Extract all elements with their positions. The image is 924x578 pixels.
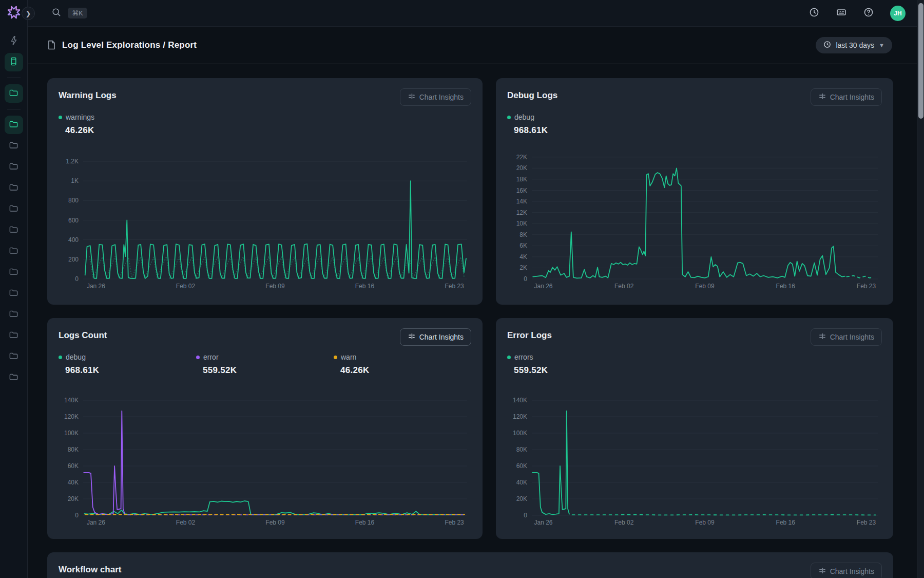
- legend-item-errors[interactable]: errors559.52K: [507, 353, 645, 376]
- svg-text:100K: 100K: [64, 430, 79, 437]
- sidebar-item-folder-current[interactable]: [5, 116, 23, 134]
- svg-text:Feb 09: Feb 09: [265, 519, 285, 526]
- svg-text:200: 200: [68, 256, 79, 263]
- scrollbar-thumb[interactable]: [918, 3, 923, 119]
- document-icon: [47, 40, 56, 50]
- folder-icon: [9, 267, 18, 278]
- legend-item-debug[interactable]: debug968.61K: [59, 353, 196, 376]
- keyboard-icon: [836, 7, 847, 19]
- time-range-selector[interactable]: last 30 days ▼: [816, 37, 892, 53]
- legend-value: 46.26K: [340, 365, 471, 376]
- svg-text:16K: 16K: [516, 187, 527, 194]
- legend-item-error[interactable]: error559.52K: [196, 353, 334, 376]
- legend-item-debug[interactable]: debug968.61K: [507, 113, 645, 136]
- sidebar-item-folder-2[interactable]: [5, 158, 23, 176]
- chart-insights-icon: [818, 567, 826, 576]
- chart-legend: errors559.52K: [507, 353, 882, 376]
- sidebar-item-folder-1[interactable]: [5, 137, 23, 155]
- svg-text:Feb 02: Feb 02: [176, 519, 196, 526]
- chart-insights-button[interactable]: Chart Insights: [400, 328, 471, 346]
- sidebar-item-folder-pinned-1[interactable]: [5, 84, 23, 103]
- sidebar-item-device[interactable]: [5, 53, 23, 71]
- svg-text:140K: 140K: [64, 397, 79, 404]
- svg-text:0: 0: [524, 275, 527, 283]
- user-avatar[interactable]: JH: [890, 6, 906, 21]
- sidebar-item-flows[interactable]: [5, 32, 23, 50]
- chart-insights-button[interactable]: Chart Insights: [811, 563, 882, 578]
- svg-text:60K: 60K: [516, 462, 527, 470]
- chart-insights-button[interactable]: Chart Insights: [811, 328, 882, 346]
- clock-icon: [809, 7, 819, 19]
- topbar-actions: JH: [809, 6, 906, 21]
- svg-text:Jan 26: Jan 26: [534, 283, 552, 290]
- sidebar-item-folder-4[interactable]: [5, 200, 23, 218]
- chevron-down-icon: ▼: [879, 42, 884, 48]
- debug-logs-chart[interactable]: 02K4K6K8K10K12K14K16K18K20K22KJan 26Feb …: [507, 147, 882, 291]
- app-logo[interactable]: [6, 5, 22, 22]
- svg-text:0: 0: [75, 275, 79, 283]
- legend-label: debug: [514, 113, 534, 121]
- legend-dot-icon: [334, 356, 337, 359]
- svg-text:0: 0: [75, 512, 79, 519]
- folder-icon: [9, 246, 18, 257]
- history-button[interactable]: [809, 7, 819, 19]
- svg-text:20K: 20K: [516, 495, 527, 502]
- folder-icon: [9, 161, 18, 173]
- legend-value: 46.26K: [65, 125, 196, 136]
- main-area: ❯ ⌘K: [28, 0, 924, 578]
- chart-legend: debug968.61K: [507, 113, 882, 136]
- svg-text:140K: 140K: [513, 397, 527, 404]
- svg-text:8K: 8K: [519, 231, 527, 238]
- folder-icon: [9, 330, 18, 341]
- folder-icon: [9, 351, 18, 362]
- logo-burst-icon: [7, 5, 21, 22]
- svg-text:Feb 02: Feb 02: [614, 519, 634, 526]
- sidebar-item-folder-12[interactable]: [5, 368, 23, 387]
- legend-item-warn[interactable]: warn46.26K: [334, 353, 471, 376]
- sidebar-expand-button[interactable]: ❯: [22, 7, 35, 20]
- svg-text:80K: 80K: [516, 446, 527, 453]
- chart-legend: warnings46.26K: [59, 113, 471, 136]
- legend-dot-icon: [196, 356, 200, 359]
- sidebar-item-folder-7[interactable]: [5, 263, 23, 282]
- sidebar-item-folder-10[interactable]: [5, 326, 23, 345]
- chart-legend: debug968.61Kerror559.52Kwarn46.26K: [59, 353, 471, 376]
- help-button[interactable]: [863, 7, 874, 19]
- svg-text:Jan 26: Jan 26: [87, 283, 105, 290]
- folder-icon: [9, 309, 18, 320]
- legend-label: error: [203, 353, 219, 361]
- search-input[interactable]: ⌘K: [51, 7, 87, 19]
- search-icon: [51, 7, 61, 19]
- logs-count-chart[interactable]: 020K40K60K80K100K120K140KJan 26Feb 02Feb…: [59, 388, 471, 528]
- chart-insights-icon: [408, 92, 415, 102]
- sidebar-item-folder-6[interactable]: [5, 242, 23, 260]
- sidebar-item-folder-3[interactable]: [5, 179, 23, 197]
- svg-text:Feb 23: Feb 23: [857, 519, 876, 526]
- legend-label: errors: [514, 353, 533, 361]
- chart-insights-button[interactable]: Chart Insights: [811, 88, 882, 106]
- legend-dot-icon: [59, 356, 62, 359]
- keyboard-shortcuts-button[interactable]: [836, 7, 847, 19]
- card-debug-logs: Debug Logs Chart Insights debug968.61K 0…: [496, 78, 893, 305]
- chart-insights-button[interactable]: Chart Insights: [400, 88, 471, 106]
- folder-icon: [9, 140, 18, 152]
- card-title: Warning Logs: [59, 88, 117, 101]
- legend-dot-icon: [59, 116, 62, 119]
- folder-icon: [9, 119, 18, 130]
- legend-item-warnings[interactable]: warnings46.26K: [59, 113, 196, 136]
- sidebar-item-folder-11[interactable]: [5, 347, 23, 366]
- help-icon: [863, 7, 874, 19]
- sidebar-item-folder-8[interactable]: [5, 284, 23, 303]
- svg-text:10K: 10K: [516, 220, 527, 227]
- svg-text:20K: 20K: [68, 495, 79, 502]
- svg-text:6K: 6K: [519, 242, 527, 249]
- folder-icon: [9, 88, 18, 99]
- svg-text:600: 600: [68, 217, 79, 224]
- svg-text:Feb 23: Feb 23: [445, 283, 464, 290]
- sidebar-item-folder-5[interactable]: [5, 221, 23, 239]
- warning-logs-chart[interactable]: 02004006008001K1.2KJan 26Feb 02Feb 09Feb…: [59, 147, 471, 291]
- error-logs-chart[interactable]: 020K40K60K80K100K120K140KJan 26Feb 02Feb…: [507, 388, 882, 528]
- svg-text:Feb 16: Feb 16: [355, 519, 375, 526]
- svg-text:80K: 80K: [68, 446, 79, 453]
- sidebar-item-folder-9[interactable]: [5, 305, 23, 324]
